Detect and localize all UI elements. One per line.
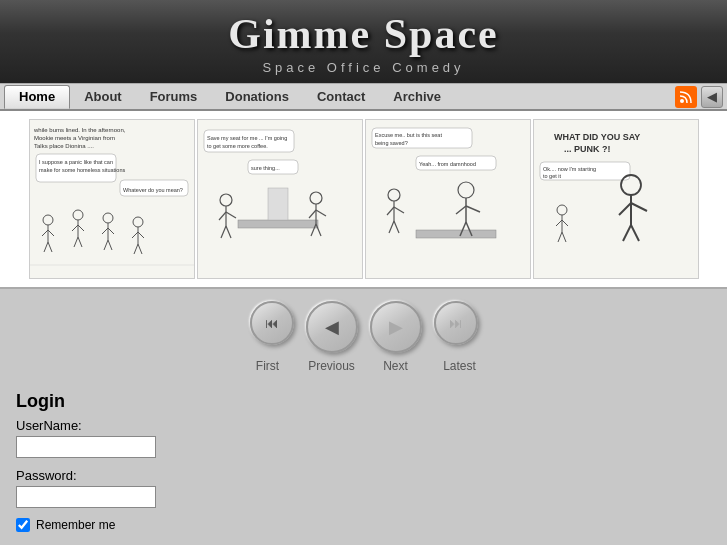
nav-item-about[interactable]: About — [70, 85, 136, 109]
nav-item-contact[interactable]: Contact — [303, 85, 379, 109]
svg-line-79 — [631, 203, 647, 211]
svg-line-85 — [562, 220, 568, 226]
svg-line-81 — [631, 225, 639, 241]
svg-point-0 — [680, 99, 684, 103]
rss-icon[interactable] — [675, 86, 697, 108]
svg-line-63 — [389, 221, 394, 233]
svg-rect-40 — [268, 188, 288, 220]
svg-line-23 — [102, 228, 108, 234]
latest-button[interactable]: ⏭ — [434, 301, 478, 345]
svg-text:Whatever do you mean?: Whatever do you mean? — [123, 187, 183, 193]
nav-item-forums[interactable]: Forums — [136, 85, 212, 109]
navigation: HomeAboutForumsDonationsContactArchive ◀ — [0, 83, 727, 111]
main-content: Login UserName: Password: Remember me — [0, 379, 727, 545]
svg-line-20 — [78, 237, 82, 247]
svg-line-19 — [74, 237, 78, 247]
comic-panel-4: WHAT DID YOU SAY ... PUNK ?! Ok.... now … — [533, 119, 699, 279]
svg-line-46 — [226, 226, 231, 238]
svg-line-86 — [558, 232, 562, 242]
svg-text:make for some homeless situati: make for some homeless situations — [39, 167, 125, 173]
svg-point-82 — [557, 205, 567, 215]
svg-line-61 — [387, 207, 394, 215]
svg-line-62 — [394, 207, 404, 213]
svg-text:Talks place Dionina ....: Talks place Dionina .... — [34, 143, 94, 149]
svg-point-65 — [458, 182, 474, 198]
first-label: First — [236, 359, 300, 373]
svg-line-78 — [619, 203, 631, 215]
svg-point-27 — [133, 217, 143, 227]
svg-point-9 — [43, 215, 53, 225]
remember-checkbox[interactable] — [16, 518, 30, 532]
svg-line-45 — [221, 226, 226, 238]
comic-panel-1: while bums lined. In the afternoon, Mook… — [29, 119, 195, 279]
next-label: Next — [364, 359, 428, 373]
svg-text:Ok.... now I'm starting: Ok.... now I'm starting — [543, 166, 596, 172]
svg-text:to get it: to get it — [543, 173, 562, 179]
svg-line-64 — [394, 221, 399, 233]
svg-point-59 — [388, 189, 400, 201]
svg-line-80 — [623, 225, 631, 241]
password-label: Password: — [16, 468, 711, 483]
login-heading: Login — [16, 391, 711, 412]
nav-item-donations[interactable]: Donations — [211, 85, 303, 109]
svg-line-17 — [72, 225, 78, 231]
nav-item-home[interactable]: Home — [4, 85, 70, 109]
svg-line-26 — [108, 240, 112, 250]
remember-row: Remember me — [16, 518, 711, 532]
svg-point-41 — [220, 194, 232, 206]
svg-point-21 — [103, 213, 113, 223]
navigation-controls: ⏮ ◀ ▶ ⏭ First Previous Next Latest — [0, 289, 727, 379]
previous-label: Previous — [300, 359, 364, 373]
svg-point-15 — [73, 210, 83, 220]
svg-line-44 — [226, 212, 236, 218]
svg-point-47 — [310, 192, 322, 204]
latest-label: Latest — [428, 359, 492, 373]
svg-line-18 — [78, 225, 84, 231]
svg-line-43 — [219, 212, 226, 220]
remember-label: Remember me — [36, 518, 115, 532]
comic-strip: while bums lined. In the afternoon, Mook… — [0, 111, 727, 289]
svg-line-30 — [138, 232, 144, 238]
username-label: UserName: — [16, 418, 711, 433]
svg-text:sure thing...: sure thing... — [251, 165, 280, 171]
svg-line-49 — [309, 210, 316, 218]
svg-point-76 — [621, 175, 641, 195]
back-icon[interactable]: ◀ — [701, 86, 723, 108]
svg-rect-39 — [238, 220, 318, 228]
svg-text:Yeah... from damnhood: Yeah... from damnhood — [419, 161, 476, 167]
svg-rect-58 — [416, 230, 496, 238]
svg-text:Mookie meets a Virginian from: Mookie meets a Virginian from — [34, 135, 115, 141]
svg-text:WHAT DID YOU SAY: WHAT DID YOU SAY — [554, 132, 640, 142]
svg-line-11 — [42, 230, 48, 236]
svg-text:... PUNK ?!: ... PUNK ?! — [564, 144, 611, 154]
username-input[interactable] — [16, 436, 156, 458]
svg-line-31 — [134, 244, 138, 254]
svg-line-68 — [466, 206, 480, 212]
svg-text:while bums lined. In the after: while bums lined. In the afternoon, — [33, 127, 126, 133]
next-button[interactable]: ▶ — [370, 301, 422, 353]
svg-line-14 — [48, 242, 52, 252]
svg-line-67 — [456, 206, 466, 214]
nav-item-archive[interactable]: Archive — [379, 85, 455, 109]
site-header: Gimme Space Space Office Comedy — [0, 0, 727, 83]
svg-line-24 — [108, 228, 114, 234]
password-input[interactable] — [16, 486, 156, 508]
svg-text:Save my seat for me ... I'm go: Save my seat for me ... I'm going — [207, 135, 287, 141]
comic-panel-2: Save my seat for me ... I'm going to get… — [197, 119, 363, 279]
svg-line-84 — [556, 220, 562, 226]
svg-line-25 — [104, 240, 108, 250]
svg-line-12 — [48, 230, 54, 236]
svg-line-29 — [132, 232, 138, 238]
site-subtitle: Space Office Comedy — [0, 60, 727, 75]
svg-text:Excuse me.. but is this seat: Excuse me.. but is this seat — [375, 132, 442, 138]
svg-text:being saved?: being saved? — [375, 140, 408, 146]
previous-button[interactable]: ◀ — [306, 301, 358, 353]
first-button[interactable]: ⏮ — [250, 301, 294, 345]
site-title: Gimme Space — [0, 10, 727, 58]
svg-text:I suppose a panic like that ca: I suppose a panic like that can — [39, 159, 113, 165]
svg-line-87 — [562, 232, 566, 242]
svg-line-52 — [316, 224, 321, 236]
comic-panel-3: Excuse me.. but is this seat being saved… — [365, 119, 531, 279]
login-section: Login UserName: Password: Remember me — [16, 391, 711, 532]
svg-text:to get some more coffee.: to get some more coffee. — [207, 143, 268, 149]
